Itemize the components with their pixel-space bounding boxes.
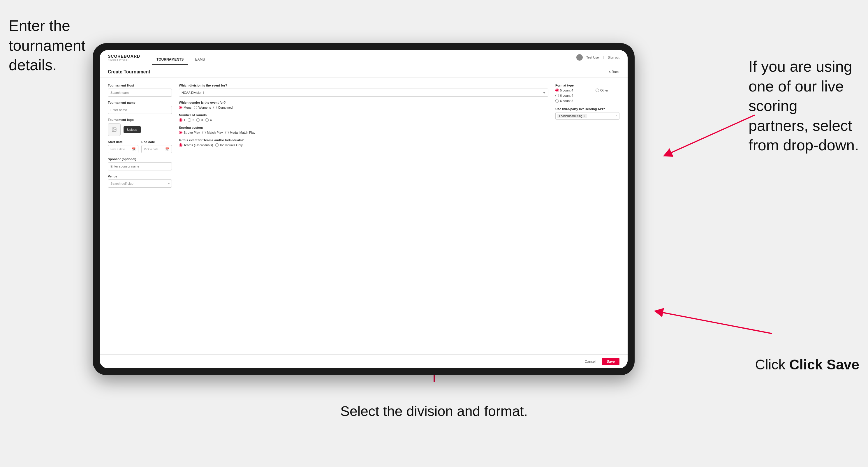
scoring-match-radio[interactable] — [202, 131, 206, 134]
navbar-tabs: TOURNAMENTS TEAMS — [152, 50, 210, 65]
format-6count5[interactable]: 6 count 5 — [555, 99, 573, 102]
end-date-placeholder: Pick a date — [144, 148, 158, 151]
tournament-name-group: Tournament name — [108, 101, 172, 114]
gender-combined-radio[interactable] — [213, 106, 217, 109]
navbar: SCOREBOARD Powered by Cliqit TOURNAMENTS… — [100, 50, 628, 65]
logo-upload-area: Upload — [108, 123, 172, 136]
rounds-3-radio[interactable] — [196, 118, 200, 122]
image-icon — [112, 127, 117, 132]
venue-group: Venue Search golf club ▾ — [108, 175, 172, 188]
pipe-separator: | — [603, 56, 604, 59]
teams-group: Is this event for Teams and/or Individua… — [179, 138, 548, 147]
format-6count4[interactable]: 6 count 4 — [555, 94, 573, 97]
format-other-radio[interactable] — [595, 89, 599, 92]
scoring-radio-group: Stroke Play Match Play Medal Match Play — [179, 131, 548, 134]
scoring-medal-radio[interactable] — [225, 131, 229, 134]
teams-label: Is this event for Teams and/or Individua… — [179, 138, 548, 142]
rounds-2[interactable]: 2 — [188, 118, 194, 122]
page-title: Create Tournament — [108, 69, 150, 74]
end-date-label: End date — [141, 140, 172, 144]
rounds-2-radio[interactable] — [188, 118, 191, 122]
gender-mens-radio[interactable] — [179, 106, 182, 109]
tournament-name-label: Tournament name — [108, 101, 172, 104]
individuals-only[interactable]: Individuals Only — [215, 143, 243, 147]
gender-womens[interactable]: Womens — [194, 106, 211, 109]
rounds-1-radio[interactable] — [179, 118, 182, 122]
format-other[interactable]: Other — [595, 89, 619, 92]
start-date-label: Start date — [108, 140, 138, 144]
end-date-input[interactable]: Pick a date 📅 — [141, 145, 172, 153]
division-group: Which division is the event for? NCAA Di… — [179, 84, 548, 97]
tournament-host-group: Tournament Host — [108, 84, 172, 97]
brand-sub: Powered by Cliqit — [108, 59, 140, 61]
rounds-label: Number of rounds — [179, 113, 548, 117]
format-row-1: 5 count 4 Other — [555, 89, 619, 92]
rounds-4[interactable]: 4 — [205, 118, 212, 122]
format-5count4[interactable]: 5 count 4 — [555, 89, 593, 92]
tournament-logo-label: Tournament logo — [108, 118, 172, 122]
gender-combined[interactable]: Combined — [213, 106, 232, 109]
gender-radio-group: Mens Womens Combined — [179, 106, 548, 109]
sign-out-link[interactable]: Sign out — [608, 56, 619, 59]
live-scoring-caret: ⌃ — [615, 115, 617, 118]
user-avatar — [576, 54, 583, 61]
rounds-1[interactable]: 1 — [179, 118, 185, 122]
scoring-label: Scoring system — [179, 126, 548, 129]
start-date-group: Start date Pick a date 📅 — [108, 140, 138, 153]
division-select[interactable]: NCAA Division I — [179, 89, 548, 97]
annotation-select-division: Select the division and format. — [340, 402, 528, 421]
scoring-stroke-radio[interactable] — [179, 131, 182, 134]
tournament-host-input[interactable] — [108, 89, 172, 97]
live-scoring-select[interactable]: Leaderboard King × ⌃ — [555, 112, 619, 120]
rounds-radio-group: 1 2 3 4 — [179, 118, 548, 122]
back-link[interactable]: Back — [609, 70, 619, 74]
svg-point-5 — [113, 128, 114, 129]
individuals-only-radio[interactable] — [215, 143, 219, 147]
rounds-4-radio[interactable] — [205, 118, 209, 122]
tournament-name-input[interactable] — [108, 106, 172, 114]
format-type-label: Format type — [555, 84, 619, 87]
navbar-brand: SCOREBOARD Powered by Cliqit — [108, 54, 140, 61]
rounds-3[interactable]: 3 — [196, 118, 203, 122]
upload-button[interactable]: Upload — [124, 126, 141, 133]
sponsor-input[interactable] — [108, 162, 172, 170]
venue-select[interactable]: Search golf club — [108, 180, 172, 188]
sponsor-group: Sponsor (optional) — [108, 157, 172, 170]
teams-plus-radio[interactable] — [179, 143, 182, 147]
svg-line-3 — [658, 312, 772, 334]
start-date-input[interactable]: Pick a date 📅 — [108, 145, 138, 153]
format-row-3: 6 count 5 — [555, 99, 619, 102]
form-left-column: Tournament Host Tournament name Tourname… — [108, 84, 172, 348]
gender-mens[interactable]: Mens — [179, 106, 191, 109]
end-date-group: End date Pick a date 📅 — [141, 140, 172, 153]
annotation-live-scoring: If you are using one of our live scoring… — [748, 57, 859, 155]
annotation-enter-tournament: Enter the tournament details. — [9, 16, 105, 75]
format-5count4-radio[interactable] — [555, 89, 559, 92]
gender-group: Which gender is the event for? Mens Wome… — [179, 101, 548, 109]
date-row: Start date Pick a date 📅 End date Pick a… — [108, 140, 172, 157]
scoring-group: Scoring system Stroke Play Match Play — [179, 126, 548, 134]
cancel-button[interactable]: Cancel — [581, 358, 599, 365]
tab-tournaments[interactable]: TOURNAMENTS — [152, 57, 188, 65]
format-6count4-radio[interactable] — [555, 94, 559, 97]
format-6count5-radio[interactable] — [555, 99, 559, 102]
remove-tag-icon[interactable]: × — [584, 115, 585, 118]
scoring-stroke[interactable]: Stroke Play — [179, 131, 200, 134]
scoring-match[interactable]: Match Play — [202, 131, 223, 134]
division-label: Which division is the event for? — [179, 84, 548, 87]
tournament-logo-group: Tournament logo Upload — [108, 118, 172, 136]
rounds-group: Number of rounds 1 2 3 — [179, 113, 548, 122]
gender-womens-radio[interactable] — [194, 106, 197, 109]
page-header: Create Tournament Back — [100, 65, 628, 78]
venue-label: Venue — [108, 175, 172, 178]
calendar-icon: 📅 — [132, 148, 136, 151]
form-footer: Cancel Save — [100, 354, 628, 368]
teams-plus-individuals[interactable]: Teams (+Individuals) — [179, 143, 213, 147]
save-button[interactable]: Save — [602, 358, 619, 365]
tablet-screen: SCOREBOARD Powered by Cliqit TOURNAMENTS… — [100, 50, 628, 368]
format-type-group: Format type 5 count 4 — [555, 84, 619, 102]
scoring-medal[interactable]: Medal Match Play — [225, 131, 255, 134]
format-options: 5 count 4 Other — [555, 89, 619, 102]
user-name: Test User — [586, 56, 600, 59]
tab-teams[interactable]: TEAMS — [188, 57, 210, 65]
